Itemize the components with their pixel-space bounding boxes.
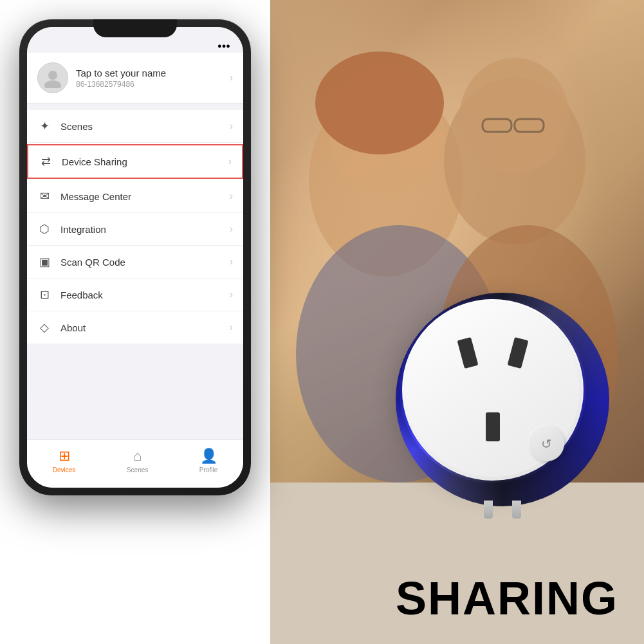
nav-item-devices[interactable]: ⊞ Devices bbox=[53, 448, 76, 474]
menu-chevron-device-sharing: › bbox=[228, 156, 232, 167]
menu-left-device-sharing: ⇄ Device Sharing bbox=[39, 154, 127, 169]
nav-label-devices: Devices bbox=[53, 466, 76, 474]
menu-left-scan-qr: ▣ Scan QR Code bbox=[37, 255, 125, 269]
bottom-nav: ⊞ Devices ⌂ Scenes 👤 Profile bbox=[27, 439, 243, 488]
nav-icon-scenes: ⌂ bbox=[133, 448, 142, 465]
nav-label-scenes: Scenes bbox=[127, 466, 148, 474]
menu-item-feedback[interactable]: ⊡ Feedback › bbox=[27, 279, 243, 311]
phone-notch bbox=[93, 19, 177, 37]
profile-chevron: › bbox=[230, 72, 233, 84]
menu-chevron-message-center: › bbox=[230, 190, 233, 202]
menu-item-device-sharing[interactable]: ⇄ Device Sharing › bbox=[27, 144, 243, 179]
profile-section[interactable]: Tap to set your name 86-13682579486 › bbox=[27, 53, 243, 104]
menu-icon-scenes: ✦ bbox=[37, 119, 51, 133]
profile-left: Tap to set your name 86-13682579486 bbox=[37, 62, 166, 93]
menu-item-about[interactable]: ◇ About › bbox=[27, 311, 243, 344]
phone-outer: ●●● Tap to set your name 86-13682579486 bbox=[19, 19, 251, 495]
menu-chevron-feedback: › bbox=[230, 289, 233, 300]
menu-label-scenes: Scenes bbox=[60, 121, 93, 132]
profile-info: Tap to set your name 86-13682579486 bbox=[76, 68, 166, 89]
plug-slot-top-right bbox=[508, 337, 529, 369]
nav-item-profile[interactable]: 👤 Profile bbox=[199, 448, 217, 474]
menu-label-integration: Integration bbox=[60, 224, 106, 235]
profile-phone: 86-13682579486 bbox=[76, 80, 166, 89]
menu-left-feedback: ⊡ Feedback bbox=[37, 288, 103, 302]
menu-item-integration[interactable]: ⬡ Integration › bbox=[27, 213, 243, 246]
plug-body: ↺ bbox=[400, 297, 586, 483]
menu-label-device-sharing: Device Sharing bbox=[62, 156, 127, 167]
nav-label-profile: Profile bbox=[199, 466, 217, 474]
plug-power-button: ↺ bbox=[529, 426, 564, 461]
prong-right bbox=[512, 501, 521, 519]
plug-prongs bbox=[484, 501, 521, 519]
menu-icon-scan-qr: ▣ bbox=[37, 255, 51, 269]
smart-plug: ↺ bbox=[400, 297, 605, 502]
nav-icon-profile: 👤 bbox=[200, 448, 217, 465]
menu-item-message-center[interactable]: ✉ Message Center › bbox=[27, 180, 243, 213]
svg-point-11 bbox=[44, 80, 61, 88]
nav-item-scenes[interactable]: ⌂ Scenes bbox=[127, 448, 148, 474]
menu-icon-feedback: ⊡ bbox=[37, 288, 51, 302]
menu-list: ✦ Scenes › ⇄ Device Sharing › ✉ Message … bbox=[27, 110, 243, 344]
menu-label-feedback: Feedback bbox=[60, 290, 103, 300]
menu-label-message-center: Message Center bbox=[60, 191, 131, 202]
menu-chevron-about: › bbox=[230, 322, 233, 333]
profile-name: Tap to set your name bbox=[76, 68, 166, 78]
menu-icon-about: ◇ bbox=[37, 320, 51, 335]
prong-left bbox=[484, 501, 493, 519]
plug-slots bbox=[441, 332, 544, 448]
status-icons: ●●● bbox=[217, 42, 230, 50]
phone-screen: ●●● Tap to set your name 86-13682579486 bbox=[27, 27, 243, 488]
menu-left-integration: ⬡ Integration bbox=[37, 222, 106, 236]
menu-left-about: ◇ About bbox=[37, 320, 86, 335]
menu-label-scan-qr: Scan QR Code bbox=[60, 257, 125, 268]
phone-wrapper: ●●● Tap to set your name 86-13682579486 bbox=[19, 19, 257, 618]
sharing-text-container: SHARING bbox=[297, 572, 618, 625]
nav-icon-devices: ⊞ bbox=[59, 448, 70, 465]
menu-chevron-scenes: › bbox=[230, 120, 233, 132]
sharing-title: SHARING bbox=[297, 572, 618, 625]
menu-chevron-integration: › bbox=[230, 223, 233, 235]
menu-icon-message-center: ✉ bbox=[37, 189, 51, 203]
menu-item-scan-qr[interactable]: ▣ Scan QR Code › bbox=[27, 246, 243, 279]
menu-icon-integration: ⬡ bbox=[37, 222, 51, 236]
svg-point-10 bbox=[48, 71, 57, 80]
bg-right: ↺ SHARING bbox=[270, 0, 644, 644]
plug-slot-bottom bbox=[486, 412, 500, 441]
menu-chevron-scan-qr: › bbox=[230, 256, 233, 268]
menu-item-scenes[interactable]: ✦ Scenes › bbox=[27, 110, 243, 143]
menu-icon-device-sharing: ⇄ bbox=[39, 154, 53, 169]
menu-left-message-center: ✉ Message Center bbox=[37, 189, 131, 203]
plug-slot-top-left bbox=[457, 337, 479, 369]
avatar bbox=[37, 62, 68, 93]
menu-label-about: About bbox=[60, 322, 86, 333]
menu-left-scenes: ✦ Scenes bbox=[37, 119, 93, 133]
